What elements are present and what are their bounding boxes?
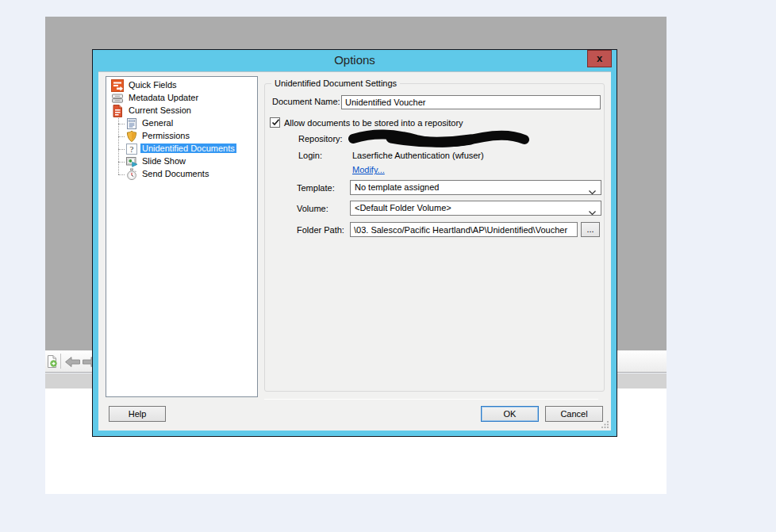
dialog-client-area: Quick Fields Metadata Updater xyxy=(98,71,611,431)
tree-item-general[interactable]: General xyxy=(106,117,257,130)
dialog-title: Options xyxy=(334,53,375,67)
current-session-icon xyxy=(111,105,124,117)
tree-item-current-session[interactable]: Current Session xyxy=(106,105,257,117)
repository-label: Repository: xyxy=(298,134,343,144)
tree-item-send-documents[interactable]: Send Documents xyxy=(106,168,257,181)
template-value: No template assigned xyxy=(355,182,439,192)
template-label: Template: xyxy=(297,183,335,193)
tree-item-label: Metadata Updater xyxy=(127,93,200,102)
new-document-icon[interactable] xyxy=(46,354,58,370)
browse-folder-button[interactable]: ... xyxy=(581,222,600,237)
folder-path-input[interactable] xyxy=(350,222,578,237)
tree-item-permissions[interactable]: Permissions xyxy=(106,130,257,143)
document-name-input[interactable] xyxy=(341,95,601,109)
tree-item-label: Permissions xyxy=(140,131,191,140)
chevron-down-icon xyxy=(589,206,596,216)
tree-item-quick-fields[interactable]: Quick Fields xyxy=(106,79,257,92)
button-separator xyxy=(264,399,598,400)
volume-label: Volume: xyxy=(297,204,328,213)
general-icon xyxy=(125,117,138,130)
resize-grip[interactable] xyxy=(601,420,609,430)
quick-fields-icon xyxy=(111,79,124,92)
chevron-down-icon xyxy=(589,186,596,195)
cancel-button[interactable]: Cancel xyxy=(545,406,603,422)
template-dropdown[interactable]: No template assigned xyxy=(350,180,601,195)
tree-item-label: Send Documents xyxy=(140,169,210,178)
options-dialog: Options x Quick Fields xyxy=(92,49,617,437)
permissions-icon xyxy=(125,130,138,143)
tree-item-label: Quick Fields xyxy=(127,80,179,90)
tree-item-unidentified-documents[interactable]: ? Unidentified Documents xyxy=(106,143,257,155)
allow-repository-checkbox[interactable] xyxy=(270,117,280,128)
login-value: Laserfiche Authentication (wfuser) xyxy=(352,151,484,160)
document-name-label: Document Name: xyxy=(272,97,340,106)
modify-link[interactable]: Modify... xyxy=(352,165,385,174)
allow-repository-label[interactable]: Allow documents to be stored into a repo… xyxy=(284,118,463,128)
help-button[interactable]: Help xyxy=(109,406,166,422)
tree-item-label: General xyxy=(140,118,175,128)
tree-item-label-selected: Unidentified Documents xyxy=(140,144,236,153)
redacted-repository-value xyxy=(347,128,531,151)
back-arrow-icon[interactable] xyxy=(65,357,80,369)
settings-groupbox: Unidentified Document Settings Document … xyxy=(264,83,605,392)
metadata-updater-icon xyxy=(111,92,124,105)
dialog-titlebar[interactable]: Options xyxy=(93,50,617,71)
unidentified-documents-icon: ? xyxy=(125,143,138,155)
tree-item-slide-show[interactable]: Slide Show xyxy=(106,155,257,168)
volume-value: <Default Folder Volume> xyxy=(355,203,451,212)
volume-dropdown[interactable]: <Default Folder Volume> xyxy=(350,201,601,216)
options-tree: Quick Fields Metadata Updater xyxy=(106,76,258,397)
svg-text:?: ? xyxy=(130,144,134,154)
folder-path-label: Folder Path: xyxy=(297,225,344,235)
groupbox-title: Unidentified Document Settings xyxy=(271,78,400,88)
login-label: Login: xyxy=(298,151,322,160)
tree-item-label: Current Session xyxy=(127,105,193,115)
close-button[interactable]: x xyxy=(587,50,612,67)
toolbar-separator xyxy=(60,354,61,369)
slide-show-icon xyxy=(125,155,138,168)
tree-item-label: Slide Show xyxy=(140,156,187,166)
ok-button[interactable]: OK xyxy=(481,406,539,422)
tree-item-metadata-updater[interactable]: Metadata Updater xyxy=(106,92,257,105)
send-documents-icon xyxy=(125,168,138,181)
checkmark-icon xyxy=(271,118,280,127)
